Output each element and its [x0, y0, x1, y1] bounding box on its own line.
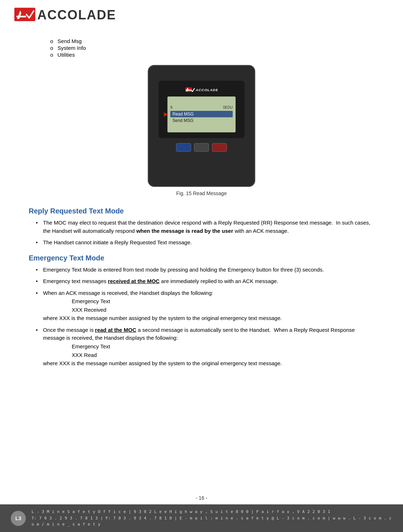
header: ACCOLADE — [0, 0, 403, 27]
page: ACCOLADE Send Msg System Info Utilities — [0, 0, 403, 532]
menu-item-send-msg: Send Msg — [50, 38, 374, 44]
arrow-indicator: ▶ — [164, 111, 168, 117]
emergency-text-line-2: Emergency Text — [72, 342, 374, 351]
screen-top-left: 9. — [170, 105, 173, 109]
reply-bullet-1: The MOC may elect to request that the de… — [32, 219, 374, 235]
footer: L3 L - 3 M i n e S a f e t y O f f i c e… — [0, 504, 403, 532]
screen-top-row: 9. 0EDU — [170, 105, 233, 109]
emergency-bullet-list: Emergency Text Mode is entered from text… — [32, 266, 374, 368]
emergency-where-text-1: where XXX is the message number assigned… — [43, 315, 282, 321]
menu-list: Send Msg System Info Utilities — [50, 38, 374, 58]
menu-item-system-info: System Info — [50, 45, 374, 51]
emergency-bullet-1: Emergency Text Mode is entered from text… — [32, 266, 374, 274]
device-btn-blue-1 — [176, 143, 191, 152]
emergency-bullet-3: When an ACK message is received, the Han… — [32, 289, 374, 323]
menu-item-utilities: Utilities — [50, 52, 374, 58]
device-btn-red — [212, 143, 227, 152]
figure-container: ACCOLADE 9. 0EDU ▶ Read MSG Send MSG — [144, 65, 259, 196]
device-btn-center — [194, 143, 209, 152]
footer-text: L - 3 M i n e S a f e t y O f f i c e | … — [32, 509, 392, 528]
emergency-bold-read-moc: read at the MOC — [95, 327, 136, 333]
section-emergency-text: Emergency Text Mode Emergency Text Mode … — [29, 254, 374, 368]
device-image: ACCOLADE 9. 0EDU ▶ Read MSG Send MSG — [148, 65, 255, 187]
section-emergency-heading: Emergency Text Mode — [29, 254, 374, 262]
emergency-bullet-4: Once the message is read at the MOC a se… — [32, 326, 374, 368]
main-content: Send Msg System Info Utilities ACCOLADE — [0, 27, 403, 491]
svg-text:ACCOLADE: ACCOLADE — [195, 88, 218, 92]
emergency-bullet-2: Emergency text messages received at the … — [32, 277, 374, 286]
emergency-indented-block-2: Emergency Text XXX Read — [72, 342, 374, 359]
screen-top-right: 0EDU — [223, 105, 233, 109]
footer-line-2: T: 7 0 3 . 2 9 3 . 7 8 1 3 | F: 7 0 3 . … — [32, 515, 392, 528]
svg-rect-7 — [186, 90, 191, 91]
logo-text: ACCOLADE — [37, 8, 116, 23]
svg-rect-3 — [16, 16, 26, 18]
emergency-bold-moc: received at the MOC — [108, 278, 160, 284]
device-screen: 9. 0EDU ▶ Read MSG Send MSG — [167, 96, 236, 132]
emergency-text-line-1: Emergency Text — [72, 297, 374, 306]
reply-bold-1: when the message is read by the user — [136, 228, 233, 234]
footer-line-1: L - 3 M i n e S a f e t y O f f i c e | … — [32, 509, 392, 515]
reply-bullet-2: The Handset cannot initiate a Reply Requ… — [32, 239, 374, 247]
emergency-xxx-received: XXX Received — [72, 306, 374, 314]
screen-read-msg: Read MSG — [170, 111, 233, 117]
emergency-indented-block-1: Emergency Text XXX Received — [72, 297, 374, 314]
section-reply-heading: Reply Requested Text Mode — [29, 207, 374, 215]
section-reply-requested: Reply Requested Text Mode The MOC may el… — [29, 207, 374, 247]
footer-logo: L3 — [11, 511, 26, 526]
reply-bullet-list: The MOC may elect to request that the de… — [32, 219, 374, 247]
page-number: - 16 - — [0, 491, 403, 504]
device-brand: ACCOLADE — [185, 86, 218, 94]
accolade-logo-icon — [14, 6, 36, 24]
device-screen-area: ACCOLADE 9. 0EDU ▶ Read MSG Send MSG — [158, 81, 245, 138]
emergency-xxx-read: XXX Read — [72, 351, 374, 359]
figure-caption: Fig. 15 Read Message — [176, 190, 227, 196]
emergency-where-text-2: where XXX is the message number assigned… — [43, 360, 282, 366]
screen-send-msg: Send MSG — [170, 117, 233, 124]
device-buttons-row — [176, 143, 227, 152]
logo-area: ACCOLADE — [14, 6, 389, 24]
